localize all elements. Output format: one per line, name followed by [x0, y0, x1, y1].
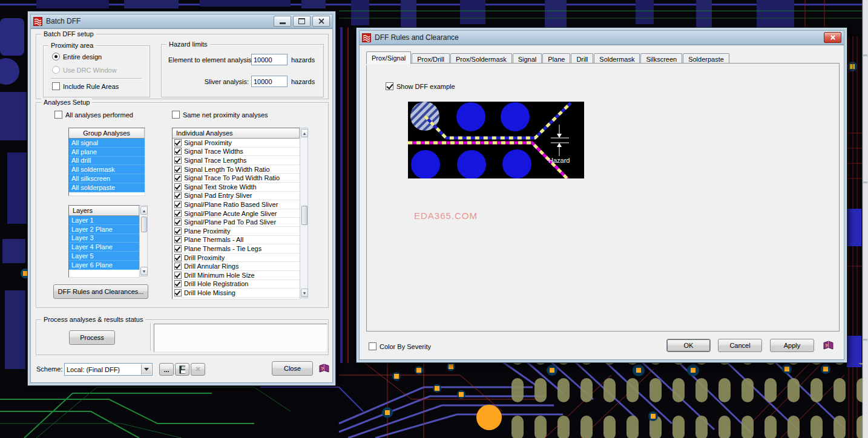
group-analyses-item[interactable]: All solderpaste: [69, 183, 145, 192]
individual-analysis-label: Signal Trace Widths: [184, 148, 243, 155]
scheme-label: Scheme:: [36, 365, 62, 373]
individual-analysis-item[interactable]: Signal Pad Entry Sliver: [173, 192, 300, 201]
individual-analysis-item[interactable]: Signal Proximity: [173, 139, 300, 148]
app-icon: [362, 33, 371, 42]
individual-analysis-item[interactable]: Plane Proximity: [173, 227, 300, 236]
layer-item[interactable]: Layer 2 Plane: [69, 225, 139, 234]
cancel-button[interactable]: Cancel: [718, 339, 762, 352]
dff-rules-titlebar[interactable]: DFF Rules and Clearance: [359, 30, 844, 45]
individual-analysis-label: Plane Thermals - All: [184, 236, 243, 243]
layer-item[interactable]: Layer 5: [69, 252, 139, 261]
group-analyses-list[interactable]: Group Analyses All signalAll planeAll dr…: [68, 128, 145, 196]
minimize-button[interactable]: [274, 16, 291, 27]
process-button[interactable]: Process: [69, 330, 115, 345]
individual-analysis-item[interactable]: Signal Text Stroke Width: [173, 183, 300, 192]
checkbox-icon: [174, 166, 182, 173]
list-header[interactable]: Individual Analyses: [173, 128, 300, 139]
checkbox-icon: [52, 82, 60, 90]
radio-label: Use DRC Window: [63, 67, 117, 74]
layer-item[interactable]: Layer 6 Plane: [69, 261, 139, 270]
dff-example-image: Hazard: [408, 102, 584, 178]
same-net-checkbox[interactable]: Same net proximity analyses: [172, 111, 268, 119]
sliver-analysis-input[interactable]: 10000: [251, 76, 288, 87]
close-icon[interactable]: [824, 32, 841, 43]
list-header[interactable]: Group Analyses: [69, 128, 145, 139]
radio-entire-design[interactable]: Entire design: [52, 53, 102, 60]
help-button[interactable]: ?: [821, 339, 835, 352]
individual-analysis-item[interactable]: Drill Minimum Hole Size: [173, 271, 300, 280]
scroll-down-icon[interactable]: ▼: [140, 267, 148, 275]
individual-analysis-label: Plane Proximity: [184, 227, 230, 235]
individual-analysis-item[interactable]: Signal Length To Width Ratio: [173, 165, 300, 174]
checkbox-icon: [369, 342, 376, 350]
element-analysis-input[interactable]: 10000: [251, 54, 288, 65]
show-dff-example-checkbox[interactable]: Show DFF example: [386, 82, 455, 90]
individual-analysis-item[interactable]: Plane Thermals - All: [173, 236, 300, 245]
radio-use-drc-window[interactable]: Use DRC Window: [52, 66, 117, 74]
scroll-up-icon[interactable]: ▲: [140, 206, 148, 215]
individual-analysis-item[interactable]: Signal/Plane Ratio Based Sliver: [173, 200, 300, 209]
individual-analysis-label: Signal Proximity: [184, 139, 232, 146]
individual-analysis-item[interactable]: Signal Trace Widths: [173, 148, 300, 157]
radio-label: Entire design: [63, 53, 102, 60]
scheme-combobox[interactable]: Local: (Final DFF): [64, 363, 153, 376]
batch-dff-titlebar[interactable]: Batch DFF: [30, 14, 333, 28]
close-button[interactable]: Close: [272, 361, 313, 376]
save-icon: [179, 365, 185, 374]
individual-analysis-item[interactable]: Signal/Plane Acute Angle Sliver: [173, 209, 300, 218]
checkbox-icon: [174, 280, 182, 287]
layers-scrollbar[interactable]: ▲ ▼: [139, 205, 148, 276]
scheme-value: Local: (Final DFF): [67, 366, 120, 373]
checkbox-icon: [386, 82, 393, 90]
checkbox-icon: [174, 201, 182, 208]
individual-analyses-scrollbar[interactable]: ▲ ▼: [300, 128, 308, 298]
layer-item[interactable]: Layer 3: [69, 234, 139, 243]
individual-analysis-item[interactable]: Drill Hole Missing: [173, 289, 300, 298]
ok-button[interactable]: OK: [666, 339, 711, 352]
group-label: Process analyses & results status: [41, 315, 145, 324]
scroll-down-icon[interactable]: ▼: [301, 289, 308, 297]
individual-analysis-item[interactable]: Signal/Plane Pad To Pad Sliver: [173, 218, 300, 227]
individual-analysis-item[interactable]: Drill Annular Rings: [173, 262, 300, 271]
group-analyses-item[interactable]: All drill: [69, 157, 145, 166]
scroll-thumb[interactable]: [141, 217, 147, 232]
individual-analyses-list[interactable]: Individual Analyses Signal ProximitySign…: [172, 128, 300, 299]
tab-prox-signal[interactable]: Prox/Signal: [366, 51, 411, 64]
hazards-unit-label: hazards: [291, 56, 315, 64]
apply-button[interactable]: Apply: [770, 339, 814, 352]
checkbox-icon: [174, 157, 182, 164]
layers-list[interactable]: Layers Layer 1Layer 2 PlaneLayer 3Layer …: [68, 205, 140, 278]
include-rule-areas-checkbox[interactable]: Include Rule Areas: [52, 82, 119, 90]
chevron-down-icon[interactable]: [141, 364, 151, 374]
maximize-button[interactable]: [293, 16, 311, 27]
individual-analysis-item[interactable]: Drill Hole Registration: [173, 280, 300, 289]
browse-scheme-button[interactable]: ...: [159, 363, 174, 376]
list-header[interactable]: Layers: [69, 206, 139, 216]
checkbox-label: Include Rule Areas: [63, 83, 119, 90]
individual-analysis-label: Signal Pad Entry Sliver: [184, 192, 252, 199]
orange-pad: [476, 405, 502, 430]
group-label: Hazard limits: [166, 40, 210, 48]
layer-item[interactable]: Layer 4 Plane: [69, 243, 139, 252]
individual-analysis-item[interactable]: Signal Trace Lengths: [173, 156, 300, 165]
group-analyses-item[interactable]: All soldermask: [69, 165, 145, 174]
help-button[interactable]: ?: [317, 362, 330, 375]
save-scheme-button[interactable]: [175, 363, 189, 376]
scroll-thumb[interactable]: [301, 206, 307, 225]
group-analyses-item[interactable]: All signal: [69, 139, 145, 148]
individual-analysis-item[interactable]: Drill Proximity: [173, 253, 300, 263]
dff-rules-clearances-button[interactable]: DFF Rules and Clearances...: [53, 284, 148, 299]
individual-analysis-item[interactable]: Plane Thermals - Tie Legs: [173, 244, 300, 253]
svg-text:?: ?: [321, 366, 324, 371]
individual-analysis-label: Signal Trace Lengths: [184, 157, 246, 164]
element-analysis-label: Element to element analysis:: [168, 56, 249, 64]
checkbox-icon: [174, 245, 182, 252]
color-by-severity-checkbox[interactable]: Color By Severity: [369, 342, 431, 350]
individual-analysis-item[interactable]: Signal Trace To Pad Width Ratio: [173, 174, 300, 183]
scroll-up-icon[interactable]: ▲: [301, 129, 308, 137]
close-icon[interactable]: [312, 16, 330, 27]
all-analyses-checkbox[interactable]: All analyses performed: [54, 111, 133, 119]
group-analyses-item[interactable]: All plane: [69, 148, 145, 157]
layer-item[interactable]: Layer 1: [69, 216, 139, 225]
group-analyses-item[interactable]: All silkscreen: [69, 174, 145, 183]
